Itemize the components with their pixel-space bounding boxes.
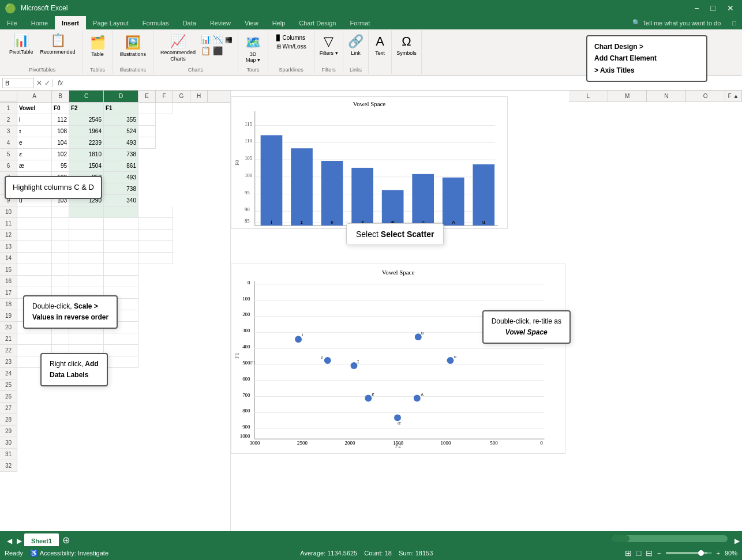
cell-e2[interactable]	[138, 114, 156, 126]
row-num-10[interactable]: 10	[0, 206, 17, 218]
col-header-b[interactable]: B	[52, 91, 69, 102]
row-num-11[interactable]: 11	[0, 218, 17, 230]
scroll-right-btn[interactable]: ▶	[732, 536, 742, 546]
cell-d8[interactable]: 738	[104, 183, 138, 195]
cell-c4[interactable]: 2239	[69, 137, 104, 149]
row-num-28[interactable]: 28	[0, 414, 17, 426]
table-btn[interactable]: 🗂️ Table	[88, 34, 108, 58]
row-num-16[interactable]: 16	[0, 276, 17, 287]
tours-btn[interactable]: 🗺️ 3DMap ▾	[243, 34, 263, 64]
cell-c1[interactable]: F2	[69, 103, 104, 114]
page-layout-view-btn[interactable]: □	[636, 548, 641, 553]
row-num-14[interactable]: 14	[0, 253, 17, 264]
row-num-25[interactable]: 25	[0, 379, 17, 391]
recommended-pivot-btn[interactable]: 📋 Recommended	[38, 32, 78, 56]
tab-chart-design[interactable]: Chart Design	[292, 16, 343, 29]
row-num-3[interactable]: 3	[0, 126, 17, 137]
zoom-minus-btn[interactable]: −	[657, 550, 661, 553]
row-num-17[interactable]: 17	[0, 287, 17, 299]
cell-d9[interactable]: 340	[104, 195, 138, 206]
col-n[interactable]: N	[647, 91, 686, 102]
zoom-slider[interactable]	[666, 552, 712, 553]
row-num-20[interactable]: 20	[0, 322, 17, 333]
row-num-32[interactable]: 32	[0, 460, 17, 472]
row-num-31[interactable]: 31	[0, 449, 17, 460]
cell-d4[interactable]: 493	[104, 137, 138, 149]
cell-a6[interactable]: æ	[17, 160, 52, 172]
tab-insert[interactable]: Insert	[55, 16, 86, 29]
cell-c2[interactable]: 2546	[69, 114, 104, 126]
col-header-c[interactable]: C	[69, 91, 104, 102]
cell-d5[interactable]: 738	[104, 149, 138, 160]
cell-c5[interactable]: 1810	[69, 149, 104, 160]
cell-b2[interactable]: 112	[52, 114, 69, 126]
col-header-a[interactable]: A	[17, 91, 52, 102]
tab-page-layout[interactable]: Page Layout	[86, 16, 136, 29]
row-num-19[interactable]: 19	[0, 310, 17, 322]
next-sheet-btn[interactable]: ▶	[14, 536, 24, 546]
tab-home[interactable]: Home	[24, 16, 55, 29]
cell-a3[interactable]: ɪ	[17, 126, 52, 137]
cell-d7[interactable]: 493	[104, 172, 138, 183]
pivot-table-btn[interactable]: 📊 PivotTable	[7, 32, 36, 56]
cell-f1[interactable]	[156, 103, 173, 114]
normal-view-btn[interactable]: ⊞	[625, 548, 632, 553]
cell-ref-box[interactable]: B	[2, 78, 34, 88]
tab-view[interactable]: View	[238, 16, 265, 29]
row-num-2[interactable]: 2	[0, 114, 17, 126]
cell-d6[interactable]: 861	[104, 160, 138, 172]
col-l[interactable]: L	[569, 91, 608, 102]
sheet-tab-sheet1[interactable]: Sheet1	[24, 533, 59, 546]
row-num-22[interactable]: 22	[0, 345, 17, 356]
col-header-g[interactable]: G	[173, 91, 190, 102]
tab-formulas[interactable]: Formulas	[136, 16, 176, 29]
cell-a2[interactable]: i	[17, 114, 52, 126]
row-num-26[interactable]: 26	[0, 391, 17, 403]
col-header-h[interactable]: H	[190, 91, 208, 102]
recommended-charts-btn[interactable]: 📈 Recommended Charts	[158, 33, 198, 63]
pivot-chart-btn[interactable]: 📋	[200, 46, 211, 56]
row-num-24[interactable]: 24	[0, 368, 17, 379]
row-num-29[interactable]: 29	[0, 426, 17, 437]
cell-e4[interactable]	[138, 137, 156, 149]
cell-d3[interactable]: 524	[104, 126, 138, 137]
cell-d2[interactable]: 355	[104, 114, 138, 126]
tab-data[interactable]: Data	[176, 16, 203, 29]
row-num-27[interactable]: 27	[0, 403, 17, 414]
cell-a5[interactable]: ɛ	[17, 149, 52, 160]
row-num-30[interactable]: 30	[0, 437, 17, 449]
cell-e3[interactable]	[138, 126, 156, 137]
formula-cancel-icon[interactable]: ✕	[36, 79, 42, 87]
search-btn[interactable]: 🔍 Tell me what you want to do	[627, 16, 727, 29]
tab-help[interactable]: Help	[265, 16, 293, 29]
row-num-13[interactable]: 13	[0, 241, 17, 253]
cell-a4[interactable]: e	[17, 137, 52, 149]
column-chart-btn[interactable]: 📊	[200, 34, 211, 44]
zoom-plus-btn[interactable]: +	[717, 550, 720, 553]
prev-sheet-btn[interactable]: ◀	[5, 536, 14, 546]
window-share-btn[interactable]: □	[726, 16, 742, 29]
maximize-btn[interactable]: □	[707, 3, 719, 13]
bar-chart-btn[interactable]: ▦	[224, 34, 233, 44]
cell-b4[interactable]: 104	[52, 137, 69, 149]
row-num-15[interactable]: 15	[0, 264, 17, 276]
col-header-e[interactable]: E	[138, 91, 156, 102]
row-num-18[interactable]: 18	[0, 299, 17, 310]
line-chart-btn[interactable]: 📉	[212, 34, 223, 44]
row-num-23[interactable]: 23	[0, 356, 17, 368]
cell-a1[interactable]: Vowel	[17, 103, 52, 114]
tab-format[interactable]: Format	[343, 16, 377, 29]
col-o[interactable]: O	[686, 91, 725, 102]
add-sheet-btn[interactable]: ⊕	[59, 535, 73, 546]
illustrations-btn[interactable]: 🖼️ Illustrations	[118, 34, 149, 58]
row-num-1[interactable]: 1	[0, 103, 17, 114]
sparkline-winloss-btn[interactable]: ⊞ Win/Loss	[274, 43, 309, 50]
col-header-f[interactable]: F	[156, 91, 173, 102]
formula-confirm-icon[interactable]: ✓	[44, 79, 50, 87]
cell-b1[interactable]: F0	[52, 103, 69, 114]
col-p[interactable]: F ▲	[725, 91, 742, 102]
cell-e1[interactable]	[138, 103, 156, 114]
cell-b6[interactable]: 95	[52, 160, 69, 172]
page-break-view-btn[interactable]: ⊟	[646, 548, 653, 553]
area-chart-btn[interactable]: ⬛	[212, 46, 223, 56]
